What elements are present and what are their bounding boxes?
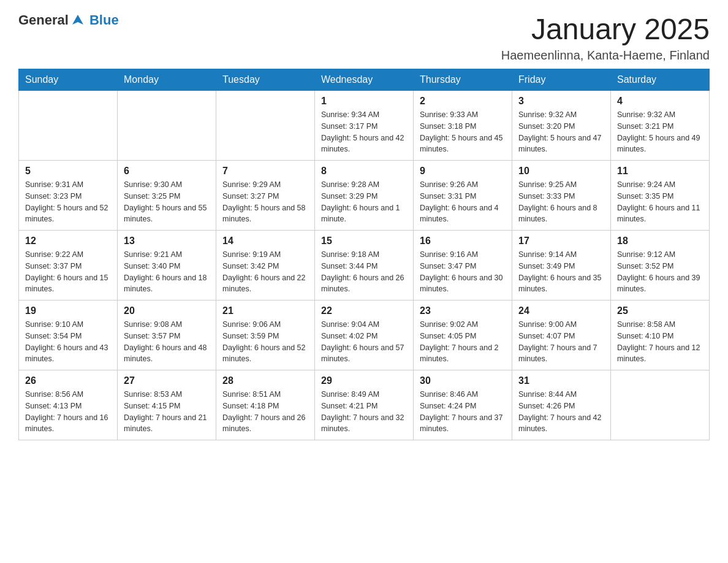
day-info: Sunrise: 9:31 AM Sunset: 3:23 PM Dayligh… bbox=[25, 179, 111, 225]
day-number: 27 bbox=[124, 375, 210, 386]
day-number: 10 bbox=[518, 166, 604, 177]
day-number: 17 bbox=[518, 236, 604, 247]
day-info: Sunrise: 9:32 AM Sunset: 3:21 PM Dayligh… bbox=[617, 109, 703, 155]
day-info: Sunrise: 9:34 AM Sunset: 3:17 PM Dayligh… bbox=[321, 109, 407, 155]
page-header: General Blue January 2025 Haemeenlinna, … bbox=[18, 12, 710, 63]
day-number: 11 bbox=[617, 166, 703, 177]
table-row: 4Sunrise: 9:32 AM Sunset: 3:21 PM Daylig… bbox=[611, 91, 710, 161]
day-info: Sunrise: 9:04 AM Sunset: 4:02 PM Dayligh… bbox=[321, 319, 407, 365]
logo-text-general: General bbox=[18, 12, 69, 28]
day-info: Sunrise: 9:32 AM Sunset: 3:20 PM Dayligh… bbox=[518, 109, 604, 155]
day-number: 3 bbox=[518, 96, 604, 107]
day-info: Sunrise: 9:02 AM Sunset: 4:05 PM Dayligh… bbox=[420, 319, 506, 365]
day-number: 28 bbox=[222, 375, 308, 386]
day-info: Sunrise: 9:28 AM Sunset: 3:29 PM Dayligh… bbox=[321, 179, 407, 225]
day-number: 30 bbox=[420, 375, 506, 386]
day-number: 16 bbox=[420, 236, 506, 247]
day-info: Sunrise: 9:10 AM Sunset: 3:54 PM Dayligh… bbox=[25, 319, 111, 365]
logo-text-blue: Blue bbox=[89, 12, 119, 28]
table-row: 2Sunrise: 9:33 AM Sunset: 3:18 PM Daylig… bbox=[414, 91, 512, 161]
col-thursday: Thursday bbox=[414, 69, 512, 91]
table-row: 12Sunrise: 9:22 AM Sunset: 3:37 PM Dayli… bbox=[19, 231, 118, 301]
day-info: Sunrise: 8:46 AM Sunset: 4:24 PM Dayligh… bbox=[420, 389, 506, 435]
table-row: 26Sunrise: 8:56 AM Sunset: 4:13 PM Dayli… bbox=[19, 370, 118, 440]
day-number: 29 bbox=[321, 375, 407, 386]
day-info: Sunrise: 8:53 AM Sunset: 4:15 PM Dayligh… bbox=[124, 389, 210, 435]
day-info: Sunrise: 9:22 AM Sunset: 3:37 PM Dayligh… bbox=[25, 249, 111, 295]
col-monday: Monday bbox=[118, 69, 216, 91]
day-info: Sunrise: 9:25 AM Sunset: 3:33 PM Dayligh… bbox=[518, 179, 604, 225]
table-row: 1Sunrise: 9:34 AM Sunset: 3:17 PM Daylig… bbox=[315, 91, 414, 161]
table-row: 27Sunrise: 8:53 AM Sunset: 4:15 PM Dayli… bbox=[118, 370, 216, 440]
calendar-week-row: 12Sunrise: 9:22 AM Sunset: 3:37 PM Dayli… bbox=[19, 231, 710, 301]
day-info: Sunrise: 8:49 AM Sunset: 4:21 PM Dayligh… bbox=[321, 389, 407, 435]
day-number: 14 bbox=[222, 236, 308, 247]
day-number: 15 bbox=[321, 236, 407, 247]
day-number: 26 bbox=[25, 375, 111, 386]
title-section: January 2025 Haemeenlinna, Kanta-Haeme, … bbox=[501, 12, 710, 63]
calendar-week-row: 5Sunrise: 9:31 AM Sunset: 3:23 PM Daylig… bbox=[19, 161, 710, 231]
day-number: 8 bbox=[321, 166, 407, 177]
day-info: Sunrise: 9:33 AM Sunset: 3:18 PM Dayligh… bbox=[420, 109, 506, 155]
table-row: 17Sunrise: 9:14 AM Sunset: 3:49 PM Dayli… bbox=[512, 231, 611, 301]
table-row: 10Sunrise: 9:25 AM Sunset: 3:33 PM Dayli… bbox=[512, 161, 611, 231]
day-info: Sunrise: 9:06 AM Sunset: 3:59 PM Dayligh… bbox=[222, 319, 308, 365]
day-info: Sunrise: 9:19 AM Sunset: 3:42 PM Dayligh… bbox=[222, 249, 308, 295]
table-row: 6Sunrise: 9:30 AM Sunset: 3:25 PM Daylig… bbox=[118, 161, 216, 231]
day-info: Sunrise: 9:26 AM Sunset: 3:31 PM Dayligh… bbox=[420, 179, 506, 225]
calendar-title: January 2025 bbox=[501, 12, 710, 46]
calendar-week-row: 1Sunrise: 9:34 AM Sunset: 3:17 PM Daylig… bbox=[19, 91, 710, 161]
table-row: 16Sunrise: 9:16 AM Sunset: 3:47 PM Dayli… bbox=[414, 231, 512, 301]
day-number: 9 bbox=[420, 166, 506, 177]
calendar-subtitle: Haemeenlinna, Kanta-Haeme, Finland bbox=[501, 48, 710, 63]
day-info: Sunrise: 9:12 AM Sunset: 3:52 PM Dayligh… bbox=[617, 249, 703, 295]
day-number: 19 bbox=[25, 305, 111, 316]
day-number: 24 bbox=[518, 305, 604, 316]
day-info: Sunrise: 9:18 AM Sunset: 3:44 PM Dayligh… bbox=[321, 249, 407, 295]
logo-icon bbox=[71, 13, 85, 27]
day-number: 2 bbox=[420, 96, 506, 107]
table-row: 25Sunrise: 8:58 AM Sunset: 4:10 PM Dayli… bbox=[611, 301, 710, 370]
day-info: Sunrise: 9:24 AM Sunset: 3:35 PM Dayligh… bbox=[617, 179, 703, 225]
calendar-week-row: 19Sunrise: 9:10 AM Sunset: 3:54 PM Dayli… bbox=[19, 301, 710, 370]
table-row: 24Sunrise: 9:00 AM Sunset: 4:07 PM Dayli… bbox=[512, 301, 611, 370]
day-info: Sunrise: 9:00 AM Sunset: 4:07 PM Dayligh… bbox=[518, 319, 604, 365]
table-row: 31Sunrise: 8:44 AM Sunset: 4:26 PM Dayli… bbox=[512, 370, 611, 440]
day-number: 23 bbox=[420, 305, 506, 316]
table-row: 13Sunrise: 9:21 AM Sunset: 3:40 PM Dayli… bbox=[118, 231, 216, 301]
table-row: 22Sunrise: 9:04 AM Sunset: 4:02 PM Dayli… bbox=[315, 301, 414, 370]
day-info: Sunrise: 9:29 AM Sunset: 3:27 PM Dayligh… bbox=[222, 179, 308, 225]
col-saturday: Saturday bbox=[611, 69, 710, 91]
day-info: Sunrise: 8:58 AM Sunset: 4:10 PM Dayligh… bbox=[617, 319, 703, 365]
day-number: 25 bbox=[617, 305, 703, 316]
day-info: Sunrise: 9:30 AM Sunset: 3:25 PM Dayligh… bbox=[124, 179, 210, 225]
day-info: Sunrise: 8:56 AM Sunset: 4:13 PM Dayligh… bbox=[25, 389, 111, 435]
day-number: 13 bbox=[124, 236, 210, 247]
table-row: 8Sunrise: 9:28 AM Sunset: 3:29 PM Daylig… bbox=[315, 161, 414, 231]
day-info: Sunrise: 9:08 AM Sunset: 3:57 PM Dayligh… bbox=[124, 319, 210, 365]
logo: General Blue bbox=[18, 12, 119, 28]
table-row: 23Sunrise: 9:02 AM Sunset: 4:05 PM Dayli… bbox=[414, 301, 512, 370]
table-row: 9Sunrise: 9:26 AM Sunset: 3:31 PM Daylig… bbox=[414, 161, 512, 231]
col-wednesday: Wednesday bbox=[315, 69, 414, 91]
day-info: Sunrise: 8:51 AM Sunset: 4:18 PM Dayligh… bbox=[222, 389, 308, 435]
day-number: 1 bbox=[321, 96, 407, 107]
calendar-table: Sunday Monday Tuesday Wednesday Thursday… bbox=[18, 69, 710, 440]
day-number: 18 bbox=[617, 236, 703, 247]
day-info: Sunrise: 9:21 AM Sunset: 3:40 PM Dayligh… bbox=[124, 249, 210, 295]
table-row bbox=[118, 91, 216, 161]
col-friday: Friday bbox=[512, 69, 611, 91]
table-row: 7Sunrise: 9:29 AM Sunset: 3:27 PM Daylig… bbox=[216, 161, 315, 231]
table-row: 11Sunrise: 9:24 AM Sunset: 3:35 PM Dayli… bbox=[611, 161, 710, 231]
table-row bbox=[216, 91, 315, 161]
day-number: 4 bbox=[617, 96, 703, 107]
calendar-week-row: 26Sunrise: 8:56 AM Sunset: 4:13 PM Dayli… bbox=[19, 370, 710, 440]
day-number: 5 bbox=[25, 166, 111, 177]
day-number: 21 bbox=[222, 305, 308, 316]
table-row bbox=[611, 370, 710, 440]
day-number: 22 bbox=[321, 305, 407, 316]
svg-marker-0 bbox=[72, 15, 83, 25]
day-number: 20 bbox=[124, 305, 210, 316]
day-number: 31 bbox=[518, 375, 604, 386]
calendar-header-row: Sunday Monday Tuesday Wednesday Thursday… bbox=[19, 69, 710, 91]
